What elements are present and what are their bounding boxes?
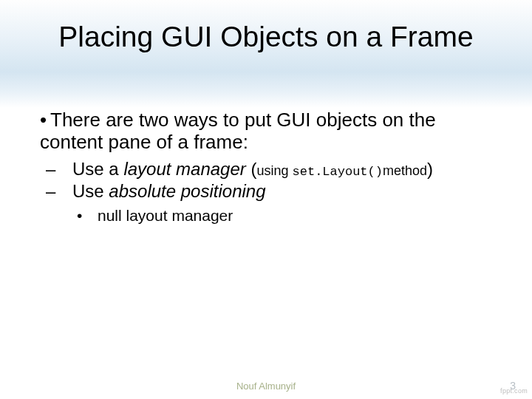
slide-title: Placing GUI Objects on a Frame <box>0 21 532 53</box>
bullet-level3: •null layout manager <box>40 205 502 225</box>
bullet-level2-b: –Use absolute positioning <box>40 180 502 202</box>
l2a-close: ) <box>427 159 433 179</box>
dash-icon: – <box>59 158 72 180</box>
slide-body: •There are two ways to put GUI objects o… <box>40 109 502 225</box>
watermark: fppt.com <box>500 387 528 395</box>
l2a-code: set.Layout() <box>293 165 383 179</box>
l1-text: There are two ways to put GUI objects on… <box>40 109 436 153</box>
l2a-method: method <box>383 163 427 178</box>
bullet-level2-a: –Use a layout manager (using set.Layout(… <box>40 158 502 180</box>
bullet-dot-icon: • <box>40 109 50 132</box>
level2-group: –Use a layout manager (using set.Layout(… <box>40 158 502 225</box>
l2a-using: using <box>256 163 292 178</box>
l3-text: null layout manager <box>98 207 233 224</box>
bullet-dot-icon: • <box>87 205 98 225</box>
dash-icon: – <box>59 180 72 202</box>
l2b-italic: absolute positioning <box>109 181 265 201</box>
footer-author: Nouf Almunyif <box>0 381 532 392</box>
bullet-level1: •There are two ways to put GUI objects o… <box>40 109 502 154</box>
l2a-italic: layout manager <box>123 159 250 179</box>
l2b-prefix: Use <box>72 181 109 201</box>
slide: Placing GUI Objects on a Frame •There ar… <box>0 0 532 399</box>
l2a-prefix: Use a <box>72 159 123 179</box>
